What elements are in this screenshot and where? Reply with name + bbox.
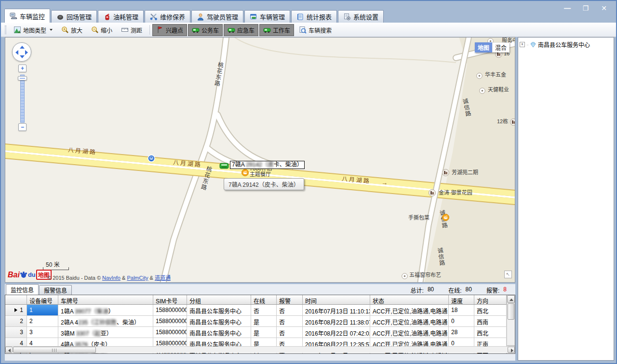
daodaotong-link[interactable]: 道道通 bbox=[155, 275, 171, 281]
table-cell[interactable]: 15880000003 bbox=[153, 327, 187, 338]
vehicle-marker-icon[interactable] bbox=[219, 162, 229, 169]
table-cell[interactable]: 南昌县公车服务中心 bbox=[187, 305, 251, 316]
table-cell[interactable]: 否 bbox=[277, 327, 303, 338]
map-type-map-button[interactable]: 地图 bbox=[475, 42, 492, 52]
table-cell[interactable]: 15880000002 bbox=[153, 316, 187, 327]
official-car-button[interactable]: 公务车 bbox=[188, 24, 223, 36]
table-horizontal-scrollbar[interactable] bbox=[5, 346, 515, 353]
map-copyright: © 2015 Baidu - Data © NavInfo & PalmCity… bbox=[47, 273, 171, 281]
row-selector-cell[interactable]: 3 bbox=[5, 327, 27, 338]
map-zoom-out-button[interactable]: − bbox=[18, 123, 27, 131]
tab-return-management[interactable]: 回场管理 bbox=[51, 10, 97, 23]
map-panel[interactable]: 八月湖路八月湖路八月湖路→桃花东路桃花东路诚信路诚信路诚信路服务中16华丰五金天… bbox=[5, 37, 515, 283]
tab-fuel-management[interactable]: 油耗管理 bbox=[98, 10, 144, 23]
palmcity-link[interactable]: PalmCity bbox=[127, 275, 148, 281]
table-cell[interactable]: 是 bbox=[251, 316, 277, 327]
zoom-in-button[interactable]: 放大 bbox=[57, 24, 86, 36]
navinfo-link[interactable]: NavInfo bbox=[102, 275, 121, 281]
table-cell[interactable]: 2赣A 4235（江铃驭胜、柴油） bbox=[58, 316, 153, 327]
table-cell[interactable]: 0 bbox=[449, 316, 474, 327]
vehicle-marker-label[interactable]: 7赣A 29142（皮卡、柴油） bbox=[230, 161, 305, 169]
row-selector-cell[interactable]: 1 bbox=[5, 305, 27, 316]
table-row[interactable]: 333赣M 3307（起亚）15880000003南昌县公车服务中心是否2016… bbox=[5, 327, 508, 338]
scroll-left-button[interactable] bbox=[5, 347, 13, 353]
table-cell[interactable]: ACC开,已定位,油路通,电路通 bbox=[370, 305, 449, 316]
measure-distance-button[interactable]: 测距 bbox=[117, 24, 146, 36]
row-selector-cell[interactable]: 2 bbox=[5, 316, 27, 327]
column-header[interactable]: 设备编号 bbox=[27, 295, 58, 304]
pan-up-icon[interactable] bbox=[20, 46, 25, 49]
tree-root-node[interactable]: + ·· 南昌县公车服务中心 bbox=[518, 38, 614, 52]
table-cell[interactable]: 否 bbox=[277, 316, 303, 327]
tab-system-settings[interactable]: 系统设置 bbox=[338, 10, 384, 23]
tab-maintenance[interactable]: 维修保养 bbox=[145, 10, 190, 23]
table-cell[interactable]: 18 bbox=[449, 305, 474, 316]
map-pan-control[interactable] bbox=[12, 42, 31, 62]
table-cell[interactable]: 否 bbox=[277, 305, 303, 316]
table-cell[interactable]: 否 bbox=[251, 305, 277, 316]
tab-alarm-info[interactable]: 报警信息 bbox=[39, 285, 72, 295]
column-header[interactable]: 报警 bbox=[277, 295, 303, 304]
table-cell[interactable]: 15880000001 bbox=[153, 305, 187, 316]
table-cell[interactable]: 西南 bbox=[474, 316, 507, 327]
table-cell[interactable]: 是 bbox=[251, 327, 277, 338]
map-zoom-in-button[interactable]: + bbox=[18, 65, 27, 72]
hscroll-thumb[interactable] bbox=[13, 347, 96, 353]
map-zoom-slider-thumb[interactable] bbox=[18, 76, 27, 80]
table-cell[interactable]: ACC开,已定位,油路通,电路通 bbox=[370, 316, 449, 327]
table-cell[interactable]: 2 bbox=[27, 316, 58, 327]
baidu-map-canvas[interactable] bbox=[5, 38, 515, 283]
zoom-out-button[interactable]: 缩小 bbox=[87, 24, 116, 36]
table-row[interactable]: 222赣A 4235（江铃驭胜、柴油）15880000002南昌县公车服务中心是… bbox=[5, 316, 508, 327]
tree-expand-icon[interactable]: + bbox=[520, 42, 525, 47]
pan-down-icon[interactable] bbox=[20, 55, 25, 58]
table-cell[interactable]: 3 bbox=[27, 327, 58, 338]
column-header[interactable]: 分组 bbox=[187, 295, 251, 304]
column-header[interactable]: 状态 bbox=[370, 295, 449, 304]
poi-button[interactable]: 兴趣点 bbox=[152, 24, 187, 36]
map-zoom-slider-track[interactable] bbox=[20, 75, 25, 123]
column-header[interactable]: 车牌号 bbox=[58, 295, 153, 304]
toolbar-grip-handle[interactable] bbox=[5, 26, 6, 34]
work-car-button[interactable]: 工作车 bbox=[259, 24, 294, 36]
table-cell[interactable]: 2016年08月22日 11:38:07 bbox=[303, 316, 370, 327]
fuel-icon bbox=[103, 13, 111, 21]
tab-monitor-info[interactable]: 监控信息 bbox=[6, 284, 39, 295]
table-cell[interactable]: 28 bbox=[449, 327, 474, 338]
tab-driver-management[interactable]: 驾驶员管理 bbox=[191, 10, 243, 23]
column-header[interactable]: 速度 bbox=[449, 295, 474, 304]
table-cell[interactable]: 西北 bbox=[474, 305, 507, 316]
map-type-button[interactable]: 地图类型 bbox=[10, 24, 56, 36]
table-row[interactable]: 111赣A 39077（柴油）15880000001南昌县公车服务中心否否201… bbox=[5, 305, 508, 316]
map-overview-button[interactable]: ↖ bbox=[504, 271, 512, 278]
vscroll-thumb[interactable] bbox=[508, 303, 514, 320]
table-cell[interactable]: ACC开,已定位,油路通,电路通 bbox=[370, 327, 449, 338]
toolbar-label-vehicle-search: 车辆搜索 bbox=[308, 26, 332, 34]
table-cell[interactable]: 3赣M 3307（起亚） bbox=[58, 327, 153, 338]
column-header[interactable]: SIM卡号 bbox=[153, 295, 187, 304]
tab-statistics-report[interactable]: 统计报表 bbox=[291, 10, 337, 23]
scroll-right-button[interactable] bbox=[508, 347, 515, 353]
table-cell[interactable]: 2016年08月22日 07:42:02 bbox=[303, 327, 370, 338]
pan-right-icon[interactable] bbox=[25, 50, 28, 55]
marker-label-blurred: 29142（皮 bbox=[246, 161, 273, 168]
table-cell[interactable]: 南昌县公车服务中心 bbox=[187, 316, 251, 327]
pan-left-icon[interactable] bbox=[15, 50, 18, 55]
bus-stop-icon[interactable] bbox=[148, 155, 155, 162]
emergency-car-button[interactable]: 应急车 bbox=[224, 24, 258, 36]
table-cell[interactable]: 1 bbox=[27, 305, 58, 316]
vehicle-search-button[interactable]: 车辆搜索 bbox=[295, 24, 335, 36]
column-header[interactable]: 时间 bbox=[303, 295, 370, 304]
table-cell[interactable]: 西北 bbox=[474, 327, 507, 338]
scroll-up-button[interactable] bbox=[507, 295, 515, 303]
column-header[interactable]: 方向 bbox=[474, 295, 507, 304]
table-cell[interactable]: 1赣A 39077（柴油） bbox=[58, 305, 153, 316]
poi-shop-icon bbox=[479, 87, 486, 94]
table-cell[interactable]: 2016年07月13日 11:10:13 bbox=[303, 305, 370, 316]
map-type-hybrid-button[interactable]: 混合 bbox=[492, 42, 510, 52]
table-cell[interactable]: 南昌县公车服务中心 bbox=[187, 327, 251, 338]
column-header[interactable]: 在线 bbox=[251, 295, 277, 304]
tab-vehicle-monitor[interactable]: 车辆监控 bbox=[4, 9, 50, 23]
table-vertical-scrollbar[interactable] bbox=[507, 295, 515, 353]
tab-vehicle-management[interactable]: 车辆管理 bbox=[244, 10, 290, 23]
